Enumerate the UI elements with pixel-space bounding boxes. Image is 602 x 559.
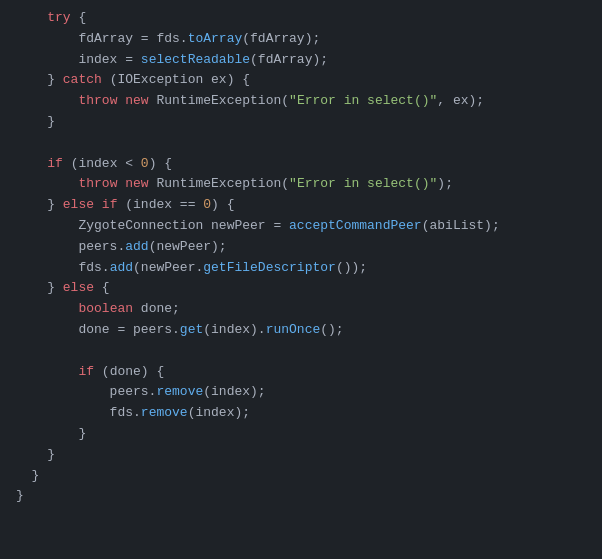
code-line: peers.remove(index); [0, 382, 602, 403]
code-text: (IOException ex) { [102, 70, 250, 91]
code-text [16, 174, 78, 195]
code-keyword: if [102, 195, 118, 216]
code-text: fds. [16, 403, 141, 424]
code-text [16, 8, 47, 29]
code-text: , ex); [437, 91, 484, 112]
code-keyword: throw [78, 91, 117, 112]
code-line: fds.remove(index); [0, 403, 602, 424]
code-function: add [125, 237, 148, 258]
code-text: (fdArray); [242, 29, 320, 50]
code-text: } [16, 112, 55, 133]
code-text [16, 341, 24, 362]
code-line: throw new RuntimeException("Error in sel… [0, 174, 602, 195]
code-string: "Error in select()" [289, 174, 437, 195]
code-keyword: else [63, 195, 94, 216]
code-text [16, 299, 78, 320]
code-function: acceptCommandPeer [289, 216, 422, 237]
code-text: (fdArray); [250, 50, 328, 71]
code-line: } [0, 424, 602, 445]
code-text [117, 91, 125, 112]
code-text: (index); [203, 382, 265, 403]
code-text: ) { [211, 195, 234, 216]
code-line [0, 341, 602, 362]
code-text: (done) { [94, 362, 164, 383]
code-function: remove [156, 382, 203, 403]
code-keyword: catch [63, 70, 102, 91]
code-text: { [71, 8, 87, 29]
code-line [0, 133, 602, 154]
code-line: boolean done; [0, 299, 602, 320]
code-keyword: try [47, 8, 70, 29]
code-line: } [0, 466, 602, 487]
code-text [16, 362, 78, 383]
code-string: "Error in select()" [289, 91, 437, 112]
code-text: peers. [16, 382, 156, 403]
code-line: } else { [0, 278, 602, 299]
code-text: ()); [336, 258, 367, 279]
code-line: if (index < 0) { [0, 154, 602, 175]
code-line: ZygoteConnection newPeer = acceptCommand… [0, 216, 602, 237]
code-text: } [16, 278, 63, 299]
code-keyword: new [125, 91, 148, 112]
code-keyword: throw [78, 174, 117, 195]
code-text: (index == [117, 195, 203, 216]
code-text [94, 195, 102, 216]
code-text: (index). [203, 320, 265, 341]
code-function: add [110, 258, 133, 279]
code-text: (abiList); [422, 216, 500, 237]
code-number: 0 [203, 195, 211, 216]
code-text [16, 133, 24, 154]
code-text: (index); [188, 403, 250, 424]
code-text: } [16, 195, 63, 216]
code-line: done = peers.get(index).runOnce(); [0, 320, 602, 341]
code-text: { [94, 278, 110, 299]
code-text: ZygoteConnection newPeer = [16, 216, 289, 237]
code-line: } catch (IOException ex) { [0, 70, 602, 91]
code-keyword: new [125, 174, 148, 195]
code-editor: try { fdArray = fds.toArray(fdArray); in… [0, 0, 602, 559]
code-text: (newPeer. [133, 258, 203, 279]
code-function: getFileDescriptor [203, 258, 336, 279]
code-function: get [180, 320, 203, 341]
code-text: fdArray = fds. [16, 29, 188, 50]
code-line: } [0, 112, 602, 133]
code-number: 0 [141, 154, 149, 175]
code-function: runOnce [266, 320, 321, 341]
code-text [16, 154, 47, 175]
code-keyword: else [63, 278, 94, 299]
code-line: fdArray = fds.toArray(fdArray); [0, 29, 602, 50]
code-text: done = peers. [16, 320, 180, 341]
code-text: done; [133, 299, 180, 320]
code-line: throw new RuntimeException("Error in sel… [0, 91, 602, 112]
code-function: selectReadable [141, 50, 250, 71]
code-text: } [16, 445, 55, 466]
code-line: peers.add(newPeer); [0, 237, 602, 258]
code-text: (index < [63, 154, 141, 175]
code-text [16, 91, 78, 112]
code-text: ) { [149, 154, 172, 175]
code-keyword: boolean [78, 299, 133, 320]
code-text: RuntimeException( [149, 174, 289, 195]
code-text: } [16, 70, 63, 91]
code-text: (newPeer); [149, 237, 227, 258]
code-text: peers. [16, 237, 125, 258]
code-text [117, 174, 125, 195]
code-text: } [16, 466, 39, 487]
code-text: } [16, 486, 24, 507]
code-line: if (done) { [0, 362, 602, 383]
code-line: } [0, 486, 602, 507]
code-function: remove [141, 403, 188, 424]
code-text: } [16, 424, 86, 445]
code-line: try { [0, 8, 602, 29]
code-line: } else if (index == 0) { [0, 195, 602, 216]
code-text: (); [320, 320, 343, 341]
code-line: fds.add(newPeer.getFileDescriptor()); [0, 258, 602, 279]
code-text: index = [16, 50, 141, 71]
code-text: RuntimeException( [149, 91, 289, 112]
code-keyword: if [47, 154, 63, 175]
code-text: ); [437, 174, 453, 195]
code-text: fds. [16, 258, 110, 279]
code-line: } [0, 445, 602, 466]
code-keyword: if [78, 362, 94, 383]
code-function: toArray [188, 29, 243, 50]
